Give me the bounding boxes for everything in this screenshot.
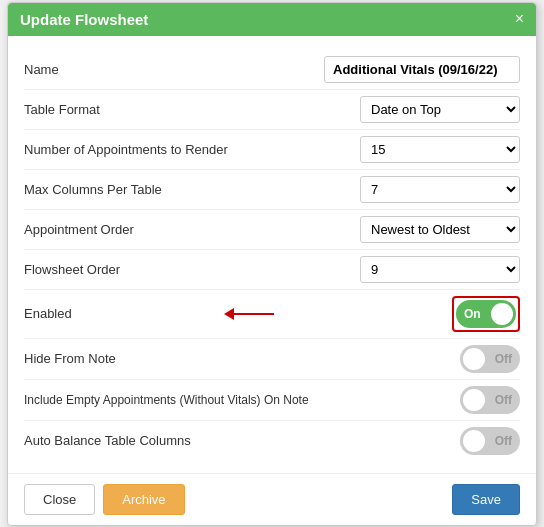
enabled-on-label: On xyxy=(464,307,481,321)
include-empty-control: Off xyxy=(364,386,520,414)
hide-from-note-control: Off xyxy=(324,345,520,373)
enabled-toggle[interactable]: On xyxy=(456,300,516,328)
auto-balance-slider: Off xyxy=(460,427,520,455)
include-empty-label: Include Empty Appointments (Without Vita… xyxy=(24,393,364,407)
num-appointments-row: Number of Appointments to Render 5 10 15… xyxy=(24,130,520,170)
table-format-label: Table Format xyxy=(24,102,324,117)
hide-from-note-row: Hide From Note Off xyxy=(24,339,520,380)
modal-title: Update Flowsheet xyxy=(20,11,148,28)
hide-from-note-toggle[interactable]: Off xyxy=(460,345,520,373)
close-icon[interactable]: × xyxy=(515,11,524,27)
modal-body: Name Table Format Date on Top Date on Si… xyxy=(8,36,536,469)
modal-header: Update Flowsheet × xyxy=(8,3,536,36)
appointment-order-control: Newest to Oldest Oldest to Newest xyxy=(324,216,520,243)
max-columns-row: Max Columns Per Table 3 5 7 10 15 xyxy=(24,170,520,210)
flowsheet-order-select[interactable]: 12 34 56 78 910 xyxy=(360,256,520,283)
auto-balance-row: Auto Balance Table Columns Off xyxy=(24,421,520,461)
table-format-row: Table Format Date on Top Date on Side xyxy=(24,90,520,130)
num-appointments-control: 5 10 15 20 25 xyxy=(324,136,520,163)
auto-balance-toggle[interactable]: Off xyxy=(460,427,520,455)
appointment-order-row: Appointment Order Newest to Oldest Oldes… xyxy=(24,210,520,250)
enabled-control: On xyxy=(324,296,520,332)
name-label: Name xyxy=(24,62,324,77)
table-format-select[interactable]: Date on Top Date on Side xyxy=(360,96,520,123)
num-appointments-label: Number of Appointments to Render xyxy=(24,142,324,157)
flowsheet-order-control: 12 34 56 78 910 xyxy=(324,256,520,283)
hide-from-note-label: Hide From Note xyxy=(24,351,324,366)
arrow-line xyxy=(234,313,274,315)
enabled-label: Enabled xyxy=(24,306,324,321)
name-input[interactable] xyxy=(324,56,520,83)
name-field-container xyxy=(324,56,520,83)
arrow-head xyxy=(224,308,234,320)
close-button[interactable]: Close xyxy=(24,484,95,515)
arrow-indicator xyxy=(224,308,274,320)
appointment-order-select[interactable]: Newest to Oldest Oldest to Newest xyxy=(360,216,520,243)
include-empty-off-label: Off xyxy=(495,393,512,407)
flowsheet-order-label: Flowsheet Order xyxy=(24,262,324,277)
table-format-control: Date on Top Date on Side xyxy=(324,96,520,123)
footer-left: Close Archive xyxy=(24,484,185,515)
max-columns-control: 3 5 7 10 15 xyxy=(324,176,520,203)
appointment-order-label: Appointment Order xyxy=(24,222,324,237)
name-row: Name xyxy=(24,50,520,90)
save-button[interactable]: Save xyxy=(452,484,520,515)
include-empty-slider: Off xyxy=(460,386,520,414)
auto-balance-control: Off xyxy=(324,427,520,455)
flowsheet-order-row: Flowsheet Order 12 34 56 78 910 xyxy=(24,250,520,290)
include-empty-row: Include Empty Appointments (Without Vita… xyxy=(24,380,520,421)
archive-button[interactable]: Archive xyxy=(103,484,184,515)
num-appointments-select[interactable]: 5 10 15 20 25 xyxy=(360,136,520,163)
enabled-slider: On xyxy=(456,300,516,328)
auto-balance-label: Auto Balance Table Columns xyxy=(24,433,324,448)
modal-footer: Close Archive Save xyxy=(8,473,536,525)
enabled-toggle-box: On xyxy=(452,296,520,332)
enabled-row: Enabled On xyxy=(24,290,520,339)
include-empty-toggle[interactable]: Off xyxy=(460,386,520,414)
hide-from-note-off-label: Off xyxy=(495,352,512,366)
auto-balance-off-label: Off xyxy=(495,434,512,448)
update-flowsheet-modal: Update Flowsheet × Name Table Format Dat… xyxy=(7,2,537,526)
max-columns-label: Max Columns Per Table xyxy=(24,182,324,197)
hide-from-note-slider: Off xyxy=(460,345,520,373)
max-columns-select[interactable]: 3 5 7 10 15 xyxy=(360,176,520,203)
